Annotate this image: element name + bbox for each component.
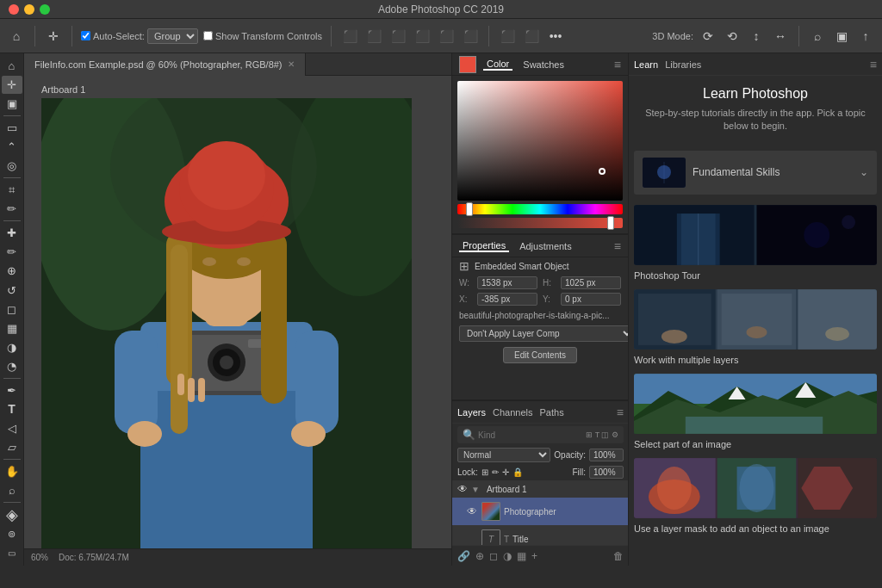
color-gradient-field[interactable] — [457, 81, 623, 201]
blur-tool[interactable]: ◑ — [2, 338, 22, 356]
layer-photographer[interactable]: 👁 Photographer — [452, 498, 629, 525]
move-tool[interactable]: ✛ — [2, 76, 22, 94]
distribute-icon[interactable]: ⬛ — [498, 27, 517, 46]
artboard-tool[interactable]: ▣ — [2, 95, 22, 113]
adjustment-layer-btn[interactable]: ◑ — [503, 550, 512, 562]
distribute2-icon[interactable]: ⬛ — [522, 27, 541, 46]
align-left-icon[interactable]: ⬛ — [340, 27, 359, 46]
align-top-icon[interactable]: ⬛ — [413, 27, 432, 46]
new-layer-btn[interactable]: + — [531, 550, 537, 562]
delete-layer-btn[interactable]: 🗑 — [613, 550, 624, 562]
properties-tab[interactable]: Properties — [459, 240, 509, 252]
expand-icon[interactable]: ▼ — [471, 485, 480, 494]
layer-vis-photographer[interactable]: 👁 — [466, 505, 478, 517]
share-icon[interactable]: ↑ — [856, 27, 875, 46]
align-right-icon[interactable]: ⬛ — [388, 27, 407, 46]
more-icon[interactable]: ••• — [546, 27, 565, 46]
link-layers-btn[interactable]: 🔗 — [457, 550, 470, 562]
fill-input[interactable] — [589, 466, 624, 479]
visibility-icon[interactable]: 👁 — [457, 483, 468, 495]
eraser-tool[interactable]: ◻ — [2, 300, 22, 319]
tab-close-icon[interactable]: ✕ — [288, 59, 295, 69]
group-layers-btn[interactable]: ▦ — [517, 550, 526, 562]
fundamental-skills-arrow[interactable]: ⌄ — [860, 166, 868, 178]
channels-tab[interactable]: Channels — [493, 407, 532, 418]
pen-tool[interactable]: ✒ — [2, 381, 22, 399]
crop-tool[interactable]: ⌗ — [2, 181, 22, 199]
quick-select-tool[interactable]: ◎ — [2, 157, 22, 175]
3d-icon4[interactable]: ↔ — [771, 27, 790, 46]
shape-tool[interactable]: ▱ — [2, 438, 22, 456]
view-icon[interactable]: ▣ — [832, 27, 851, 46]
path-tool[interactable]: ◁ — [2, 419, 22, 437]
layers-search-input[interactable] — [478, 430, 583, 440]
clone-tool[interactable]: ⊕ — [2, 262, 22, 280]
color-panel-menu[interactable]: ≡ — [614, 58, 621, 71]
libraries-tab[interactable]: Libraries — [665, 59, 701, 70]
heal-tool[interactable]: ✚ — [2, 224, 22, 242]
text-tool[interactable]: T — [2, 400, 22, 418]
swatches-tab[interactable]: Swatches — [519, 59, 568, 70]
hand-tool[interactable]: ✋ — [2, 462, 22, 480]
lock-move-icon[interactable]: ✛ — [502, 467, 509, 477]
marquee-tool[interactable]: ▭ — [2, 119, 22, 137]
fg-color-swatch[interactable]: ◈ — [2, 505, 22, 524]
layers-tab[interactable]: Layers — [457, 407, 486, 418]
layers-search-bar[interactable]: 🔍 ⊞ T ◫ ⚙ — [457, 426, 624, 443]
artboard-group-header[interactable]: 👁 ▼ Artboard 1 — [452, 480, 629, 498]
align-center-icon[interactable]: ⬛ — [364, 27, 383, 46]
move-toolbar-icon[interactable]: ✛ — [44, 27, 63, 46]
tutorial-photoshop-tour[interactable]: Photoshop Tour — [634, 205, 877, 282]
screen-mode-btn[interactable]: ▭ — [2, 544, 22, 562]
fg-color-preview[interactable] — [459, 56, 476, 73]
3d-icon1[interactable]: ⟳ — [699, 27, 717, 46]
auto-select-check[interactable] — [81, 31, 90, 40]
layer-mask-btn[interactable]: ◻ — [489, 550, 498, 562]
adjustments-tab[interactable]: Adjustments — [516, 241, 575, 251]
auto-select-checkbox[interactable]: Auto-Select: Group — [81, 28, 198, 44]
lock-pixel-icon[interactable]: ⊞ — [481, 467, 488, 477]
minimize-button[interactable] — [24, 4, 34, 15]
y-input[interactable] — [561, 293, 621, 306]
layer-title[interactable]: T T Title — [452, 525, 629, 545]
hue-slider[interactable] — [457, 204, 623, 214]
x-input[interactable] — [477, 293, 537, 306]
lasso-tool[interactable]: ⌃ — [2, 138, 22, 156]
quick-mask-btn[interactable]: ⊚ — [2, 525, 22, 543]
layer-effects-btn[interactable]: ⊕ — [475, 550, 484, 562]
gradient-tool[interactable]: ▦ — [2, 319, 22, 337]
eyedropper-tool[interactable]: ✏ — [2, 200, 22, 218]
edit-contents-button[interactable]: Edit Contents — [503, 347, 577, 363]
document-tab[interactable]: FileInfo.com Example.psd @ 60% (Photogra… — [24, 53, 306, 76]
brush-tool[interactable]: ✏ — [2, 243, 22, 261]
opacity-input[interactable] — [589, 449, 624, 461]
lock-paint-icon[interactable]: ✏ — [492, 467, 499, 477]
zoom-tool[interactable]: ⌕ — [2, 481, 22, 499]
h-input[interactable] — [561, 276, 621, 289]
history-brush-tool[interactable]: ↺ — [2, 281, 22, 299]
w-input[interactable] — [477, 276, 537, 289]
layer-vis-title[interactable] — [466, 533, 478, 545]
tutorial-select-part[interactable]: Select part of an image — [634, 374, 877, 451]
layers-panel-menu[interactable]: ≡ — [617, 405, 624, 419]
tutorial-layer-mask[interactable]: Use a layer mask to add an object to an … — [634, 458, 877, 535]
blend-mode-select[interactable]: Normal — [457, 448, 550, 462]
transform-check[interactable] — [203, 31, 213, 40]
paths-tab[interactable]: Paths — [540, 407, 564, 418]
auto-select-dropdown[interactable]: Group — [147, 28, 198, 44]
search-toolbar-icon[interactable]: ⌕ — [808, 27, 827, 46]
color-picker[interactable] — [452, 76, 628, 233]
maximize-button[interactable] — [40, 4, 50, 15]
home-tool[interactable]: ⌂ — [2, 57, 22, 75]
layer-comp-dropdown[interactable]: Don't Apply Layer Comp — [459, 325, 628, 342]
dodge-tool[interactable]: ◔ — [2, 357, 22, 375]
lock-all-icon[interactable]: 🔒 — [512, 467, 523, 477]
3d-icon3[interactable]: ↕ — [747, 27, 766, 46]
align-middle-icon[interactable]: ⬛ — [437, 27, 456, 46]
learn-panel-menu[interactable]: ≡ — [870, 58, 877, 71]
fundamental-skills-header[interactable]: Fundamental Skills ⌄ — [634, 151, 877, 195]
learn-tab[interactable]: Learn — [634, 59, 658, 70]
align-bottom-icon[interactable]: ⬛ — [461, 27, 480, 46]
color-tab[interactable]: Color — [483, 59, 512, 71]
transform-checkbox[interactable]: Show Transform Controls — [203, 31, 322, 41]
